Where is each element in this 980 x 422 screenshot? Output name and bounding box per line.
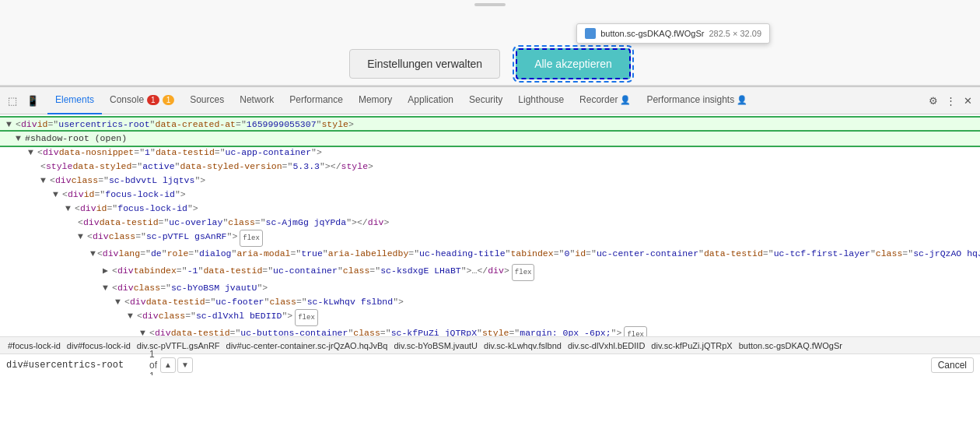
- tab-network[interactable]: Network: [232, 87, 282, 114]
- mobile-icon[interactable]: 📱: [24, 92, 41, 109]
- warning-badge: 1: [163, 95, 175, 105]
- tab-console[interactable]: Console 1 1: [102, 87, 182, 114]
- breadcrumb-button-sc-gsdkaq[interactable]: button.sc-gsDKAQ.fWOgSr: [736, 341, 845, 350]
- code-line-6[interactable]: ▼ <div id="focus-lock-id">: [0, 188, 980, 202]
- code-area[interactable]: ▼ <div id="usercentrics-root" data-creat…: [0, 114, 980, 336]
- nav-down-button[interactable]: ▼: [177, 357, 193, 373]
- akzeptieren-button[interactable]: Alle akzeptieren: [516, 48, 631, 79]
- page-buttons: Einstellungen verwalten Alle akzeptieren: [0, 48, 980, 79]
- tab-memory[interactable]: Memory: [351, 87, 400, 114]
- expand-arrow-13[interactable]: ▼: [115, 295, 123, 309]
- match-count: 1 of 1: [149, 349, 157, 376]
- tab-application[interactable]: Application: [400, 87, 461, 114]
- flex-badge-14: flex: [295, 309, 318, 326]
- expand-arrow-15[interactable]: ▼: [140, 326, 148, 336]
- tooltip-dimensions: 282.5 × 32.09: [709, 29, 761, 38]
- expand-arrow-2[interactable]: ▼: [16, 132, 23, 146]
- devtools-panel: ⬚ 📱 Elements Console 1 1 Sources Network…: [0, 86, 980, 375]
- expand-arrow[interactable]: ▼: [6, 118, 14, 132]
- nav-arrows: ▲ ▼: [160, 357, 193, 373]
- expand-arrow-5[interactable]: ▼: [40, 174, 48, 188]
- close-devtools-icon[interactable]: ✕: [959, 92, 976, 109]
- settings-icon[interactable]: ⚙: [925, 92, 942, 109]
- code-line-15[interactable]: ▼ <div data-testid="uc-buttons-container…: [0, 326, 980, 336]
- breadcrumb-sc-kfpuzi[interactable]: div.sc-kfPuZi.jQTRpX: [648, 341, 735, 350]
- expand-arrow-7[interactable]: ▼: [65, 202, 73, 216]
- status-bar: 1 of 1 ▲ ▼ Cancel: [0, 353, 980, 375]
- cancel-button[interactable]: Cancel: [931, 357, 974, 373]
- flex-badge-11: flex: [512, 264, 535, 281]
- tab-security[interactable]: Security: [461, 87, 510, 114]
- code-line-7[interactable]: ▼ <div id="focus-lock-id">: [0, 202, 980, 216]
- cursor-icon[interactable]: ⬚: [4, 92, 21, 109]
- expand-arrow-11[interactable]: ▶: [103, 264, 110, 278]
- expand-arrow-3[interactable]: ▼: [28, 146, 36, 160]
- flex-badge-15: flex: [624, 326, 647, 336]
- code-line-8[interactable]: <div data-testid="uc-overlay" class="sc-…: [0, 216, 980, 230]
- browser-preview: button.sc-gsDKAQ.fWOgSr 282.5 × 32.09 Ei…: [0, 0, 980, 86]
- expand-arrow-9[interactable]: ▼: [78, 230, 86, 244]
- element-tooltip: button.sc-gsDKAQ.fWOgSr 282.5 × 32.09: [576, 23, 770, 44]
- code-line-1[interactable]: ▼ <div id="usercentrics-root" data-creat…: [0, 118, 980, 132]
- expand-arrow-12[interactable]: ▼: [103, 281, 110, 295]
- code-line-14[interactable]: ▼ <div class="sc-dlVxhl bEDIID"> flex: [0, 309, 980, 326]
- error-badge: 1: [147, 95, 159, 105]
- recorder-person-icon: 👤: [620, 95, 631, 105]
- code-line-2[interactable]: ▼ #shadow-root (open): [0, 132, 980, 146]
- code-line-10[interactable]: ▼ <div lang="de" role="dialog" aria-moda…: [0, 247, 980, 264]
- code-line-13[interactable]: ▼ <div data-testid="uc-footer" class="sc…: [0, 295, 980, 309]
- more-options-icon[interactable]: ⋮: [942, 92, 959, 109]
- tab-performance-insights[interactable]: Performance insights 👤: [639, 87, 755, 114]
- drag-handle[interactable]: [474, 3, 506, 6]
- devtools-tabs: ⬚ 📱 Elements Console 1 1 Sources Network…: [0, 87, 980, 114]
- tooltip-element-name: button.sc-gsDKAQ.fWOgSr: [600, 29, 704, 38]
- breadcrumb-uc-center[interactable]: div#uc-center-container.sc-jrQzAO.hqJvBq: [223, 341, 391, 350]
- search-input[interactable]: [6, 360, 146, 371]
- search-area: 1 of 1 ▲ ▼: [6, 349, 181, 376]
- code-line-11[interactable]: ▶ <div tabindex="-1" data-testid="uc-con…: [0, 264, 980, 281]
- breadcrumb-sc-klwhqv[interactable]: div.sc-kLwhqv.fslbnd: [481, 341, 565, 350]
- code-line-3[interactable]: ▼ <div data-nosnippet="1" data-testid="u…: [0, 146, 980, 160]
- tab-recorder[interactable]: Recorder 👤: [572, 87, 639, 114]
- tab-performance[interactable]: Performance: [282, 87, 351, 114]
- einstellungen-button[interactable]: Einstellungen verwalten: [349, 49, 500, 79]
- code-line-5[interactable]: ▼ <div class="sc-bdvvtL ljqtvs">: [0, 174, 980, 188]
- code-line-9[interactable]: ▼ <div class="sc-pVTFL gsAnRF"> flex: [0, 230, 980, 247]
- expand-arrow-6[interactable]: ▼: [53, 188, 61, 202]
- expand-arrow-14[interactable]: ▼: [128, 309, 135, 323]
- tab-elements[interactable]: Elements: [47, 87, 102, 114]
- expand-arrow-10[interactable]: ▼: [90, 247, 96, 261]
- flex-badge: flex: [240, 230, 263, 247]
- tab-sources[interactable]: Sources: [182, 87, 232, 114]
- breadcrumb-sc-dlvxhl[interactable]: div.sc-dlVxhl.bEDIID: [565, 341, 648, 350]
- tab-icon-group: ⬚ 📱: [4, 92, 41, 109]
- code-line-4[interactable]: <style data-styled="active" data-styled-…: [0, 160, 980, 174]
- tooltip-icon: [585, 28, 596, 39]
- breadcrumb-sc-byobsm[interactable]: div.sc-bYoBSM.jvautU: [390, 341, 481, 350]
- code-line-12[interactable]: ▼ <div class="sc-bYoBSM jvautU">: [0, 281, 980, 295]
- nav-up-button[interactable]: ▲: [160, 357, 176, 373]
- tab-lighthouse[interactable]: Lighthouse: [510, 87, 572, 114]
- perf-insights-person-icon: 👤: [737, 95, 747, 105]
